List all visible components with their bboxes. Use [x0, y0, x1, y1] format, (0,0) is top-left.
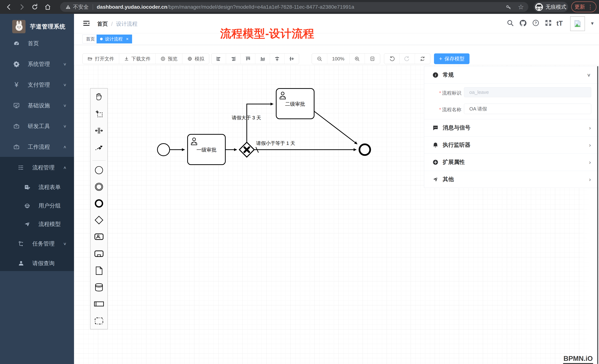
- sidebar-item-infra[interactable]: 基础设施 ∨: [0, 95, 74, 116]
- create-data-object[interactable]: [90, 262, 107, 279]
- sidebar-item-workflow[interactable]: 工作流程 ∧: [0, 136, 74, 157]
- process-key-input[interactable]: [464, 87, 591, 97]
- create-group[interactable]: [90, 313, 107, 329]
- avatar-caret-icon[interactable]: ▼: [590, 21, 595, 26]
- open-file-button[interactable]: 打开文件: [83, 54, 119, 64]
- sidebar-item-process-mgmt[interactable]: 流程管理 ∧: [0, 157, 74, 178]
- save-model-button[interactable]: + 保存模型: [434, 53, 469, 64]
- browser-update-button[interactable]: 更新 ⋮: [571, 1, 596, 12]
- undo-button[interactable]: [384, 54, 399, 64]
- space-tool[interactable]: [90, 122, 107, 139]
- align-right-button[interactable]: [226, 54, 240, 64]
- hand-tool[interactable]: [90, 88, 107, 105]
- process-name-input[interactable]: [464, 104, 591, 114]
- sidebar-item-payment[interactable]: ¥ 支付管理 ∨: [0, 75, 74, 95]
- task-level1-approval[interactable]: 一级审批: [188, 134, 225, 165]
- simulate-button[interactable]: 模拟: [182, 54, 209, 64]
- exclusive-gateway[interactable]: [239, 142, 254, 157]
- create-participant[interactable]: [90, 296, 107, 312]
- condition-label-le[interactable]: 请假小于等于 1 天: [256, 140, 295, 146]
- sidebar-label: 流程表单: [38, 184, 61, 191]
- sidebar-collapse-icon[interactable]: [82, 19, 90, 28]
- browser-menu-icon[interactable]: ⋮: [588, 4, 593, 10]
- info-icon: i: [432, 72, 439, 78]
- condition-label-gt[interactable]: 请假大于 3 天: [232, 115, 261, 120]
- password-key-icon[interactable]: [505, 4, 512, 10]
- align-button-group: [211, 53, 299, 64]
- start-event[interactable]: [158, 144, 170, 156]
- create-subprocess[interactable]: [90, 245, 107, 262]
- task-level2-approval[interactable]: 二级审批: [276, 88, 314, 119]
- send-icon: [432, 177, 439, 182]
- create-user-task[interactable]: [90, 229, 107, 245]
- lasso-tool[interactable]: [90, 105, 107, 122]
- download-file-label: 下载文件: [131, 56, 150, 62]
- section-extension-attrs[interactable]: 扩展属性 ›: [424, 153, 599, 171]
- section-other[interactable]: 其他 ›: [424, 171, 599, 188]
- create-intermediate-event[interactable]: [90, 179, 107, 195]
- sidebar-label: 请假查询: [32, 260, 54, 267]
- fullscreen-icon[interactable]: [545, 19, 552, 27]
- zoom-reset-button[interactable]: [365, 54, 380, 64]
- align-center-vertical-button[interactable]: [284, 54, 299, 64]
- tab-home[interactable]: 首页: [82, 34, 98, 43]
- github-icon[interactable]: [519, 19, 527, 28]
- chevron-right-icon: ›: [589, 125, 591, 131]
- sidebar-item-leave-query[interactable]: 请假查询: [0, 253, 74, 274]
- create-data-store[interactable]: [90, 279, 107, 296]
- task-label: 二级审批: [285, 101, 305, 107]
- sidebar-item-devtools[interactable]: 研发工具 ∨: [0, 116, 74, 136]
- end-event[interactable]: [360, 144, 370, 155]
- section-message-signal[interactable]: 消息与信号 ›: [424, 119, 599, 136]
- url-bar[interactable]: 不安全 dashboard.yudao.iocoder.cn/bpm/manag…: [60, 2, 528, 12]
- preview-button[interactable]: 预览: [155, 54, 182, 64]
- section-execution-listener[interactable]: 执行监听器 ›: [424, 136, 599, 153]
- sidebar-label: 工作流程: [28, 143, 50, 151]
- required-mark: *: [439, 107, 441, 112]
- save-model-label: 保存模型: [445, 55, 465, 62]
- vertical-scrollbar[interactable]: [597, 66, 598, 364]
- section-general[interactable]: i 常规 ∨: [424, 66, 599, 84]
- breadcrumb-separator: /: [111, 21, 113, 27]
- create-end-event[interactable]: [90, 195, 107, 212]
- browser-forward-icon[interactable]: [18, 3, 26, 11]
- align-top-button[interactable]: [240, 54, 255, 64]
- align-center-horizontal-button[interactable]: [270, 54, 284, 64]
- font-size-icon[interactable]: tT: [556, 20, 563, 27]
- sidebar-item-task-mgmt[interactable]: 任务管理 ∨: [0, 233, 74, 254]
- redo-button[interactable]: [399, 54, 415, 64]
- flow-icon: [18, 240, 25, 247]
- zoom-out-button[interactable]: [312, 54, 327, 64]
- align-left-button[interactable]: [211, 54, 226, 64]
- sidebar-label: 基础设施: [28, 102, 50, 109]
- download-icon: [124, 56, 129, 61]
- open-file-label: 打开文件: [95, 56, 114, 62]
- global-connect-tool[interactable]: [90, 139, 107, 156]
- required-mark: *: [439, 90, 441, 96]
- flow-task2-to-end[interactable]: [314, 111, 357, 144]
- download-file-button[interactable]: 下载文件: [119, 54, 155, 64]
- bookmark-star-icon[interactable]: ☆: [518, 4, 524, 10]
- sidebar-item-home[interactable]: 首页: [0, 33, 74, 54]
- create-gateway[interactable]: [90, 212, 107, 228]
- tab-design-process[interactable]: 设计流程 ×: [97, 34, 132, 43]
- sidebar-item-process-model[interactable]: 流程模型: [0, 214, 74, 235]
- zoom-in-button[interactable]: [349, 54, 365, 64]
- tab-label: 设计流程: [105, 36, 123, 42]
- help-icon[interactable]: ?: [532, 19, 539, 27]
- avatar[interactable]: [570, 16, 585, 31]
- yuan-icon: ¥: [13, 81, 20, 88]
- sidebar-item-user-group[interactable]: 用户分组: [0, 195, 74, 216]
- browser-home-icon[interactable]: [44, 3, 52, 11]
- browser-back-icon[interactable]: [5, 3, 13, 11]
- flow-gateway-to-task2[interactable]: [247, 104, 273, 142]
- refresh-button[interactable]: [415, 54, 430, 64]
- tab-close-icon[interactable]: ×: [126, 36, 129, 42]
- search-icon[interactable]: [507, 19, 514, 27]
- breadcrumb-home[interactable]: 首页: [97, 20, 108, 28]
- sidebar-item-system[interactable]: 系统管理 ∨: [0, 54, 74, 75]
- create-start-event[interactable]: [90, 162, 107, 178]
- sidebar-item-process-form[interactable]: 流程表单: [0, 177, 74, 197]
- browser-reload-icon[interactable]: [31, 3, 39, 11]
- align-bottom-button[interactable]: [255, 54, 270, 64]
